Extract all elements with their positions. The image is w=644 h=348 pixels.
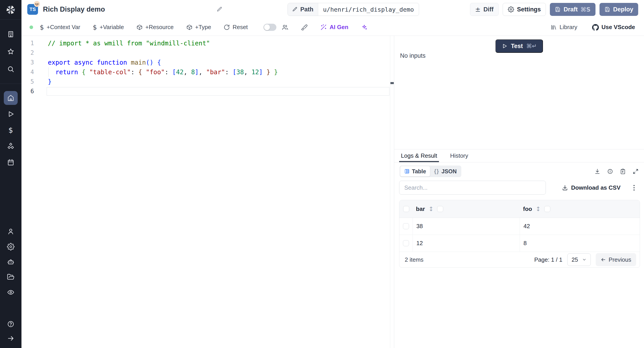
page-size-select[interactable]: 25 (567, 254, 591, 266)
results-pane: Logs & Result History Table (394, 150, 644, 348)
info-icon[interactable] (607, 168, 613, 174)
sidebar-item-resources[interactable] (4, 139, 18, 153)
dollar-icon: $ (93, 24, 97, 31)
add-variable-button[interactable]: $ +Variable (93, 24, 124, 31)
folder-icon (7, 273, 14, 281)
editor-toolbar: $ +Context Var $ +Variable +Resource +Ty… (22, 19, 644, 36)
cursor-position-marker (390, 82, 394, 84)
download-icon (562, 185, 568, 191)
view-option-json[interactable]: {} JSON (430, 166, 461, 176)
toggle-knob (264, 24, 270, 30)
topbar-actions: ± Diff Settings Draft ⌘S (470, 3, 638, 16)
gear-icon (7, 243, 14, 250)
table-search-row: Download as CSV (394, 177, 644, 194)
sidebar-item-workers[interactable] (4, 255, 18, 269)
items-count: 2 items (405, 256, 424, 263)
code-line[interactable]: } (46, 77, 390, 86)
robot-icon (7, 258, 14, 266)
table-cell: 8 (520, 235, 640, 252)
deploy-button[interactable]: Deploy (600, 3, 638, 16)
sidebar-item-settings[interactable] (4, 240, 18, 254)
sidebar-item-home[interactable] (4, 91, 18, 105)
sort-icon[interactable]: ↕ (428, 206, 434, 212)
tab-history[interactable]: History (450, 150, 468, 162)
settings-button-label: Settings (517, 6, 541, 13)
format-button[interactable] (301, 24, 308, 31)
sidebar-item-schedules[interactable] (4, 156, 18, 169)
settings-button[interactable]: Settings (503, 3, 546, 16)
sidebar-item-search[interactable] (4, 62, 18, 76)
use-vscode-button[interactable]: Use VScode (592, 24, 635, 31)
result-view-row: Table {} JSON (394, 162, 644, 177)
table-row: 3842 (399, 218, 640, 235)
download-csv-label: Download as CSV (571, 184, 620, 191)
sidebar-item-runs[interactable] (4, 107, 18, 121)
sidebar-item-workspace[interactable] (4, 27, 18, 41)
github-icon (592, 24, 599, 31)
inputs-pane: Test ⌘↵ No inputs (394, 36, 644, 150)
row-checkbox[interactable] (403, 223, 409, 229)
line-number: 2 (22, 48, 34, 58)
view-option-table[interactable]: Table (400, 166, 430, 176)
previous-page-button[interactable]: Previous (596, 253, 636, 266)
sidebar-item-audit-logs[interactable] (4, 286, 18, 299)
edit-summary-button[interactable] (217, 6, 222, 12)
code-line[interactable] (46, 48, 390, 58)
add-type-label: +Type (195, 24, 211, 31)
code-line[interactable]: export async function main() { (46, 58, 390, 67)
code-line[interactable]: return { "table-col": { "foo": [42, 8], … (46, 67, 390, 77)
line-number: 6 (22, 86, 34, 96)
select-all-checkbox[interactable] (403, 206, 409, 212)
windmill-logo[interactable] (0, 0, 22, 20)
column-checkbox-bar[interactable] (437, 206, 443, 212)
editor-scroll: 123456 // import * as wmill from "windmi… (22, 36, 390, 96)
test-button[interactable]: Test ⌘↵ (495, 39, 543, 53)
magic-wand-icon (320, 24, 327, 31)
draft-button[interactable]: Draft ⌘S (550, 3, 596, 16)
download-csv-button[interactable]: Download as CSV (562, 184, 620, 191)
plus-minus-icon: ± (475, 6, 480, 13)
add-context-var-label: +Context Var (46, 24, 80, 31)
column-checkbox-foo[interactable] (544, 206, 550, 212)
multiplayer-button[interactable] (282, 24, 288, 31)
ai-gen-button[interactable]: AI Gen (320, 24, 348, 31)
ai-sparkles-button[interactable] (361, 24, 368, 31)
table-menu-button[interactable] (632, 184, 636, 192)
download-icon[interactable] (594, 168, 600, 174)
row-checkbox[interactable] (403, 240, 409, 246)
code-line[interactable] (46, 86, 390, 96)
path-chip[interactable]: Path u/henri/rich_display_demo (288, 3, 419, 16)
code-editor[interactable]: 123456 // import * as wmill from "windmi… (22, 36, 394, 348)
add-context-var-button[interactable]: $ +Context Var (40, 24, 80, 31)
paintbrush-icon (301, 24, 308, 31)
view-toggle: Table {} JSON (400, 166, 461, 177)
expand-icon[interactable] (632, 168, 639, 174)
sidebar-item-folders[interactable] (4, 270, 18, 284)
star-icon (7, 48, 14, 56)
reset-button[interactable]: Reset (224, 24, 248, 31)
line-number: 5 (22, 77, 34, 86)
play-icon (502, 43, 507, 49)
search-input[interactable] (399, 181, 546, 194)
code-line[interactable]: // import * as wmill from "windmill-clie… (46, 38, 390, 48)
assistant-toggle[interactable] (264, 24, 276, 31)
add-type-button[interactable]: +Type (186, 24, 211, 31)
page-size-value: 25 (572, 256, 578, 263)
sort-icon[interactable]: ↕ (536, 206, 541, 212)
tab-logs-result[interactable]: Logs & Result (401, 150, 437, 162)
library-button[interactable]: Library (550, 24, 577, 31)
copy-result-icon[interactable] (620, 168, 626, 174)
overview-ruler[interactable] (390, 36, 394, 348)
table-cell: 42 (520, 218, 640, 234)
sidebar-item-variables[interactable]: $ (4, 123, 18, 137)
sidebar-item-favorites[interactable] (4, 45, 18, 58)
dollar-icon: $ (40, 24, 44, 31)
sidebar-item-users[interactable] (4, 224, 18, 238)
row-check-cell (399, 218, 413, 234)
sidebar-lower-nav (0, 224, 22, 299)
sidebar-expand-button[interactable] (4, 332, 18, 345)
add-resource-button[interactable]: +Resource (136, 24, 174, 31)
page-title: Rich Display demo (43, 5, 105, 14)
sidebar-item-help[interactable] (4, 317, 18, 331)
diff-button[interactable]: ± Diff (470, 3, 499, 16)
